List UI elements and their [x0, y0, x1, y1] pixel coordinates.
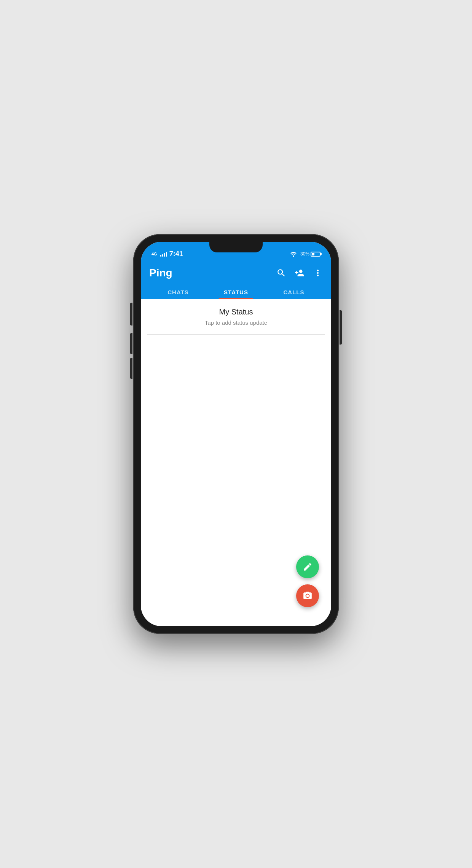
- battery-percent: 30%: [300, 251, 309, 257]
- my-status-subtitle: Tap to add status update: [205, 319, 267, 326]
- status-bar-left: 4G 7:41: [151, 250, 183, 258]
- divider: [147, 334, 325, 335]
- app-header: Ping: [141, 262, 331, 299]
- phone-screen: 4G 7:41 30% Ping: [141, 242, 331, 626]
- camera-icon: [303, 591, 313, 601]
- pencil-icon: [303, 562, 313, 572]
- add-contact-button[interactable]: [295, 268, 305, 278]
- app-title-row: Ping: [149, 267, 323, 279]
- add-contact-icon: [295, 268, 305, 278]
- more-options-icon: [313, 268, 323, 278]
- my-status-section[interactable]: My Status Tap to add status update: [141, 299, 331, 334]
- tab-calls[interactable]: CALLS: [265, 284, 323, 299]
- my-status-title: My Status: [219, 308, 253, 316]
- more-options-button[interactable]: [313, 268, 323, 278]
- fab-container: [296, 555, 319, 607]
- app-title: Ping: [149, 267, 172, 279]
- phone-frame: 4G 7:41 30% Ping: [133, 234, 339, 634]
- content-area: My Status Tap to add status update: [141, 299, 331, 626]
- battery-icon: [311, 252, 321, 257]
- tabs-row: CHATS STATUS CALLS: [149, 284, 323, 299]
- camera-status-fab[interactable]: [296, 584, 319, 607]
- search-button[interactable]: [276, 268, 286, 278]
- search-icon: [276, 268, 286, 278]
- status-bar-right: 30%: [290, 251, 321, 257]
- header-icons: [276, 268, 323, 278]
- tab-chats[interactable]: CHATS: [149, 284, 207, 299]
- edit-status-fab[interactable]: [296, 555, 319, 578]
- signal-icon: [160, 251, 167, 257]
- lte-label: 4G: [151, 252, 157, 256]
- status-bar-time: 7:41: [169, 250, 183, 258]
- tab-status[interactable]: STATUS: [207, 284, 265, 299]
- wifi-icon: [290, 251, 297, 257]
- volume-up-button: [130, 333, 132, 354]
- volume-down-button: [130, 358, 132, 379]
- notch: [209, 242, 263, 252]
- battery-container: 30%: [300, 251, 321, 257]
- battery-fill: [312, 253, 314, 255]
